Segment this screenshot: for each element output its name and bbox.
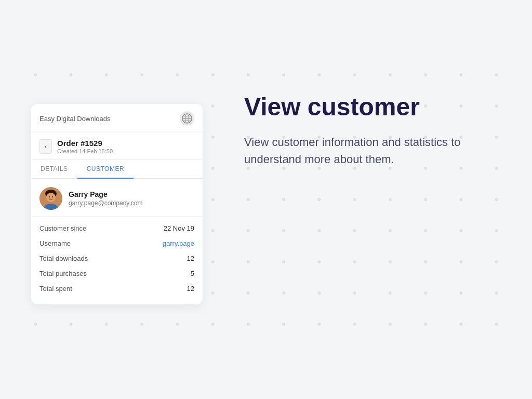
since-label: Customer since [39, 224, 86, 232]
tab-details[interactable]: DETAILS [31, 160, 77, 179]
customer-profile: Garry Page garry.page@company.com [31, 179, 203, 217]
avatar [39, 187, 62, 210]
spent-label: Total spent [39, 285, 72, 292]
card-header: Easy Digital Downloads [31, 104, 203, 131]
stats-table: Customer since 22 Nov 19 Username garry.… [31, 217, 203, 304]
order-section: ‹ Order #1529 Created 14 Feb 15:50 [31, 131, 203, 160]
username-value[interactable]: garry.page [163, 240, 194, 247]
tabs-container: DETAILS CUSTOMER [31, 160, 203, 179]
page-description: View customer information and statistics… [244, 134, 501, 168]
page-title: View customer [244, 94, 501, 121]
app-title: Easy Digital Downloads [39, 115, 111, 123]
order-title: Order #1529 [57, 139, 113, 148]
customer-name-email: Garry Page garry.page@company.com [69, 190, 142, 207]
right-panel: View customer View customer information … [244, 31, 501, 168]
purchases-value: 5 [191, 270, 194, 277]
back-button[interactable]: ‹ [39, 139, 52, 154]
stats-row-since: Customer since 22 Nov 19 [39, 221, 194, 236]
svg-point-138 [39, 187, 62, 210]
order-card: Easy Digital Downloads ‹ Order #1529 Cre… [31, 104, 203, 304]
username-label: Username [39, 240, 71, 247]
downloads-label: Total downloads [39, 255, 88, 262]
tab-customer[interactable]: CUSTOMER [77, 160, 134, 179]
page-container: Easy Digital Downloads ‹ Order #1529 Cre… [0, 0, 532, 399]
order-date: Created 14 Feb 15:50 [57, 148, 113, 154]
stats-row-downloads: Total downloads 12 [39, 251, 194, 266]
app-logo [180, 111, 194, 126]
purchases-label: Total purchases [39, 270, 87, 277]
customer-email: garry.page@company.com [69, 200, 142, 207]
since-value: 22 Nov 19 [164, 224, 194, 232]
stats-row-username: Username garry.page [39, 236, 194, 251]
customer-name: Garry Page [69, 190, 142, 198]
order-info: Order #1529 Created 14 Feb 15:50 [57, 139, 113, 154]
downloads-value: 12 [187, 255, 194, 262]
spent-value: 12 [187, 285, 194, 292]
stats-row-purchases: Total purchases 5 [39, 266, 194, 281]
stats-row-spent: Total spent 12 [39, 281, 194, 296]
